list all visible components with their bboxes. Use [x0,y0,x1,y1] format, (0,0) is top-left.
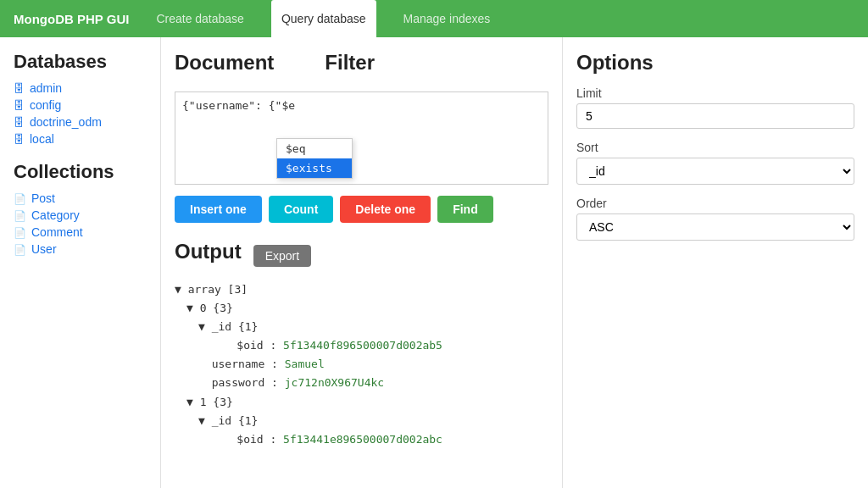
tree-row: ▼ 0 {3} [175,299,548,318]
options-title: Options [576,51,854,75]
tree-row: ▼ _id {1} [175,318,548,336]
database-icon [14,132,25,146]
tree-arrow: ▼ [186,396,193,408]
sidebar: Databases admin config doctrine_odm loca… [0,37,161,488]
document-icon [14,191,26,205]
database-icon [14,115,25,129]
sidebar-item-label: config [30,98,61,112]
database-icon [14,98,25,112]
tree-value: jc712n0X967U4kc [285,376,384,389]
sidebar-item-label: local [30,132,54,146]
insert-one-button[interactable]: Insert one [175,196,262,223]
sidebar-item-label: Comment [31,225,83,239]
sidebar-item-comment[interactable]: Comment [14,224,147,241]
tree-row: password : jc712n0X967U4kc [175,374,548,392]
action-buttons: Insert one Count Delete one Find [175,196,548,223]
sidebar-item-label: admin [30,81,62,95]
count-button[interactable]: Count [269,196,333,223]
tab-manage-indexes[interactable]: Manage indexes [393,0,501,37]
app-title: MongoDB PHP GUI [14,12,129,26]
document-editor[interactable]: {"username": {"$e [175,92,548,185]
tree-row: $oid : 5f13440f896500007d002ab5 [175,336,548,355]
limit-input[interactable] [576,103,854,129]
tree-arrow: ▼ [175,283,181,296]
tree-arrow: ▼ [198,320,205,333]
header: MongoDB PHP GUI Create database Query da… [0,0,868,37]
document-title: Document [175,51,274,75]
sidebar-item-label: doctrine_odm [30,115,102,129]
export-button[interactable]: Export [253,245,311,267]
order-label: Order [576,197,854,210]
tree-row: username : Samuel [175,355,548,374]
sidebar-item-config[interactable]: config [14,97,147,114]
sidebar-item-label: Post [31,191,55,205]
options-section: Options Limit Sort _id username password… [563,37,868,488]
database-icon [14,81,25,95]
sidebar-item-post[interactable]: Post [14,190,147,207]
autocomplete-dropdown: $eq $exists [276,138,353,179]
tab-query-database[interactable]: Query database [271,0,376,37]
tab-create-database[interactable]: Create database [146,0,254,37]
collections-title: Collections [14,161,147,183]
document-icon [14,208,26,222]
tree-row: ▼ _id {1} [175,412,548,430]
output-title: Output [175,240,242,263]
order-select[interactable]: ASC DESC [576,214,854,241]
output-header: Output Export [175,240,548,272]
databases-title: Databases [14,51,147,73]
document-icon [14,242,26,256]
tree-row: ▼ 1 {3} [175,393,548,412]
tree-arrow: ▼ [198,414,205,427]
sidebar-item-local[interactable]: local [14,130,147,147]
sidebar-item-label: User [31,242,57,256]
document-icon [14,225,26,239]
limit-label: Limit [576,86,854,100]
tree-row: ▼ array [3] [175,280,548,299]
sidebar-item-doctrine-odm[interactable]: doctrine_odm [14,114,147,130]
delete-one-button[interactable]: Delete one [340,196,431,223]
find-button[interactable]: Find [437,196,493,223]
sidebar-item-label: Category [31,208,80,222]
document-section: Document Filter {"username": {"$e $eq $e… [161,37,563,488]
sidebar-item-admin[interactable]: admin [14,80,147,97]
tree-arrow: ▼ [186,302,193,314]
filter-title: Filter [325,51,375,75]
output-tree: ▼ array [3] ▼ 0 {3} ▼ _id {1} $oid : 5f1… [175,280,548,449]
autocomplete-item-eq[interactable]: $eq [277,139,352,158]
tree-value: 5f13441e896500007d002abc [283,433,442,446]
tree-row: $oid : 5f13441e896500007d002abc [175,430,548,449]
tree-value: Samuel [285,358,325,370]
sidebar-item-user[interactable]: User [14,241,147,258]
sort-select[interactable]: _id username password [576,158,854,185]
autocomplete-item-exists[interactable]: $exists [277,158,352,178]
sidebar-item-category[interactable]: Category [14,207,147,224]
doc-editor-container: {"username": {"$e $eq $exists [175,92,548,187]
tree-value: 5f13440f896500007d002ab5 [283,339,442,352]
sort-label: Sort [576,141,854,154]
